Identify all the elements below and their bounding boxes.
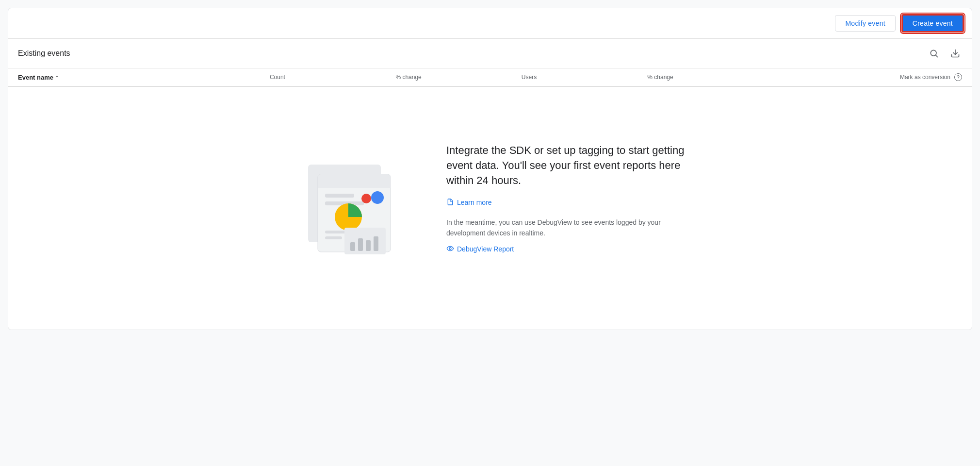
debugview-icon: [446, 245, 454, 254]
learn-more-link[interactable]: Learn more: [457, 199, 492, 206]
debugview-row: DebugView Report: [446, 245, 699, 254]
debugview-link[interactable]: DebugView Report: [457, 245, 514, 253]
column-count-change: % change: [395, 74, 521, 81]
svg-line-1: [936, 55, 938, 57]
empty-state-paragraph: In the meantime, you can use DebugView t…: [446, 217, 699, 239]
svg-rect-16: [358, 238, 363, 251]
download-icon: [950, 49, 960, 58]
table-header: Event name ↑ Count % change Users % chan…: [8, 68, 972, 87]
section-title: Existing events: [18, 49, 70, 58]
section-header: Existing events: [8, 39, 972, 68]
empty-state-content: Integrate the SDK or set up tagging to s…: [446, 143, 699, 263]
help-icon[interactable]: ?: [954, 73, 962, 81]
svg-rect-7: [325, 194, 354, 198]
sort-arrow-icon: ↑: [55, 73, 59, 81]
svg-point-10: [361, 194, 371, 203]
svg-rect-13: [325, 236, 342, 239]
search-button[interactable]: [927, 47, 941, 60]
svg-point-0: [931, 50, 936, 56]
toolbar: Modify event Create event: [8, 8, 972, 39]
svg-rect-18: [374, 236, 378, 251]
learn-more-row: Learn more: [446, 198, 699, 207]
search-icon: [929, 49, 939, 58]
empty-state-heading: Integrate the SDK or set up tagging to s…: [446, 143, 699, 188]
svg-rect-6: [318, 181, 391, 188]
svg-rect-17: [366, 240, 371, 251]
svg-point-11: [371, 191, 384, 204]
empty-state: Integrate the SDK or set up tagging to s…: [8, 87, 972, 330]
column-mark-as-conversion: Mark as conversion ?: [773, 73, 962, 81]
modify-event-button[interactable]: Modify event: [835, 15, 895, 32]
document-icon: [446, 198, 454, 207]
create-event-button[interactable]: Create event: [901, 14, 964, 33]
empty-state-illustration: [281, 135, 417, 271]
section-actions: [927, 47, 962, 60]
svg-point-19: [449, 248, 451, 250]
column-event-name[interactable]: Event name ↑: [18, 73, 270, 81]
column-count: Count: [270, 74, 395, 81]
download-button[interactable]: [948, 47, 962, 60]
svg-rect-15: [350, 242, 355, 251]
column-users-change: % change: [647, 74, 773, 81]
column-users: Users: [522, 74, 647, 81]
